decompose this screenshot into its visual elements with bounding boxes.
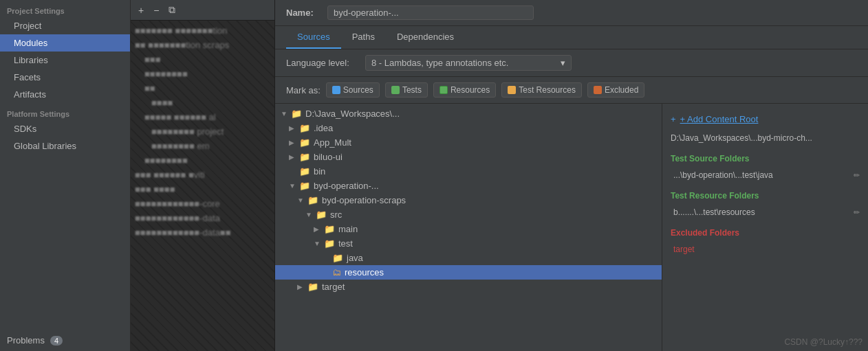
sidebar-item-global-libraries[interactable]: Global Libraries — [0, 137, 130, 155]
folder-icon: 📁 — [307, 195, 318, 205]
sidebar-item-project[interactable]: Project — [0, 17, 130, 34]
info-panel: + + Add Content Root D:\Java_Workspaces\… — [662, 104, 868, 351]
expand-icon: ▼ — [314, 240, 322, 247]
test-resources-icon — [508, 86, 516, 94]
sources-icon — [332, 86, 340, 94]
module-list-item[interactable]: ■■■■■■■ ■■■■■■■tion — [131, 23, 274, 38]
tab-sources[interactable]: Sources — [286, 26, 341, 49]
test-resource-path: b.......\...test\resources ✏ — [671, 207, 860, 217]
copy-module-button[interactable]: ⧉ — [165, 3, 179, 17]
mark-resources-button[interactable]: Resources — [433, 82, 496, 98]
tree-item-byd-operation-scraps[interactable]: ▼ 📁 byd-operation-scraps — [275, 193, 662, 207]
problems-label: Problems — [7, 335, 45, 346]
module-list-item[interactable]: ■■■ ■■■■ — [131, 182, 274, 196]
tree-item-main[interactable]: ▶ 📁 main — [275, 222, 662, 236]
mark-excluded-button[interactable]: Excluded — [587, 82, 644, 98]
folder-icon: 📁 — [332, 253, 343, 263]
watermark: CSDN @?Lucky↑??? — [784, 337, 862, 347]
edit-test-resource-button[interactable]: ✏ — [854, 208, 860, 217]
module-list-item[interactable]: ■■■■■■■■ — [131, 67, 274, 81]
platform-settings-label: Platform Settings — [0, 103, 130, 120]
add-module-button[interactable]: + — [135, 3, 147, 17]
edit-test-source-button[interactable]: ✏ — [854, 171, 860, 180]
tests-icon — [391, 86, 400, 94]
test-source-path: ...\byd-operation\...test\java ✏ — [671, 170, 860, 180]
tree-item-java[interactable]: ▶ 📁 java — [275, 251, 662, 265]
tab-paths[interactable]: Paths — [341, 26, 386, 49]
problems-section[interactable]: Problems 4 — [0, 330, 130, 351]
excluded-icon — [594, 86, 602, 94]
expand-icon: ▼ — [297, 196, 305, 204]
excluded-target-path: target — [671, 245, 860, 254]
module-list-item[interactable]: ■■■■■ ■■■■■■ al — [131, 110, 274, 124]
module-list-item[interactable]: ■■ ■■■■■■■tion scraps — [131, 38, 274, 52]
tree-item-root[interactable]: ▼ 📁 D:\Java_Workspaces\... — [275, 106, 662, 121]
module-list-item[interactable]: ■■■ ■■■■■■ ■viti — [131, 168, 274, 182]
module-list-item[interactable]: ■■■■■■■■ em — [131, 139, 274, 153]
name-row: Name: byd-operation-... — [275, 0, 868, 26]
module-list-item[interactable]: ■■■ — [131, 52, 274, 67]
folder-icon: 📁 — [299, 152, 310, 162]
sidebar-item-sdks[interactable]: SDKs — [0, 120, 130, 137]
module-tabs-bar: Sources Paths Dependencies — [275, 26, 868, 49]
folder-icon: 📁 — [299, 123, 310, 133]
tree-item-test[interactable]: ▼ 📁 test — [275, 236, 662, 251]
folder-icon: 📁 — [307, 282, 318, 292]
expand-icon: ▼ — [305, 211, 314, 218]
folder-icon: 📁 — [316, 210, 327, 220]
language-level-row: Language level: 8 - Lambdas, type annota… — [275, 49, 868, 77]
mark-as-label: Mark as: — [286, 85, 321, 95]
plus-icon: + — [671, 114, 676, 124]
module-list-item[interactable]: ■■ — [131, 81, 274, 95]
directory-tree: ▼ 📁 D:\Java_Workspaces\... ▶ 📁 .idea ▶ 📁… — [275, 104, 662, 351]
expand-icon: ▶ — [314, 225, 322, 233]
content-panel: Name: byd-operation-... Sources Paths De… — [275, 0, 868, 351]
add-content-root-button[interactable]: + + Add Content Root — [671, 112, 860, 126]
folder-icon: 📁 — [324, 238, 335, 249]
module-list-item[interactable]: ■■■■■■■■■■■■-core — [131, 196, 274, 211]
sidebar-item-modules[interactable]: Modules — [0, 34, 130, 52]
module-list-content: ■■■■■■■ ■■■■■■■tion ■■ ■■■■■■■tion scrap… — [131, 21, 274, 351]
module-list-item[interactable]: ■■■■ — [131, 95, 274, 110]
tree-item-byd-operation[interactable]: ▼ 📁 byd-operation-... — [275, 179, 662, 193]
module-list-item[interactable]: ■■■■■■■■ — [131, 153, 274, 168]
excluded-folders-label: Excluded Folders — [671, 228, 860, 238]
chevron-down-icon: ▾ — [561, 58, 565, 68]
module-list-header: + − ⧉ — [131, 0, 274, 21]
folder-icon: 📁 — [299, 181, 310, 191]
folder-icon: 🗂 — [332, 267, 341, 278]
sidebar-item-libraries[interactable]: Libraries — [0, 52, 130, 69]
tree-item-src[interactable]: ▼ 📁 src — [275, 207, 662, 222]
folder-icon: 📁 — [291, 109, 302, 119]
language-level-select[interactable]: 8 - Lambdas, type annotations etc. ▾ — [365, 55, 572, 71]
module-list-item[interactable]: ■■■■■■■■■■■■-data■■ — [131, 225, 274, 240]
sidebar-item-facets[interactable]: Facets — [0, 69, 130, 86]
tree-item-biluo-ui[interactable]: ▶ 📁 biluo-ui — [275, 150, 662, 164]
tree-item-resources[interactable]: ▶ 🗂 resources — [275, 265, 662, 280]
tree-item-app-mult[interactable]: ▶ 📁 App_Mult — [275, 135, 662, 150]
expand-icon: ▶ — [289, 153, 297, 161]
resources-icon — [440, 86, 448, 94]
name-label: Name: — [286, 8, 321, 18]
test-source-folders-label: Test Source Folders — [671, 154, 860, 163]
name-input[interactable]: byd-operation-... — [327, 5, 534, 20]
tab-dependencies[interactable]: Dependencies — [386, 26, 465, 49]
sidebar: Project Settings Project Modules Librari… — [0, 0, 131, 351]
mark-tests-button[interactable]: Tests — [385, 82, 428, 98]
folder-icon: 📁 — [299, 137, 310, 148]
tree-item-idea[interactable]: ▶ 📁 .idea — [275, 121, 662, 135]
mark-sources-button[interactable]: Sources — [326, 82, 380, 98]
sidebar-item-artifacts[interactable]: Artifacts — [0, 86, 130, 103]
test-resource-folders-label: Test Resource Folders — [671, 191, 860, 201]
module-list-item[interactable]: ■■■■■■■■■■■■-data — [131, 211, 274, 225]
module-list-item[interactable]: ■■■■■■■■ project — [131, 124, 274, 139]
mark-test-resources-button[interactable]: Test Resources — [501, 82, 582, 98]
remove-module-button[interactable]: − — [150, 3, 162, 17]
tree-item-target-root[interactable]: ▶ 📁 target — [275, 280, 662, 294]
project-settings-label: Project Settings — [0, 3, 130, 17]
module-list-panel: + − ⧉ ■■■■■■■ ■■■■■■■tion ■■ ■■■■■■■tion… — [131, 0, 275, 351]
tree-item-bin[interactable]: ▶ 📁 bin — [275, 164, 662, 179]
problems-badge: 4 — [50, 336, 63, 346]
folder-icon: 📁 — [299, 166, 310, 177]
expand-icon: ▼ — [281, 110, 289, 117]
